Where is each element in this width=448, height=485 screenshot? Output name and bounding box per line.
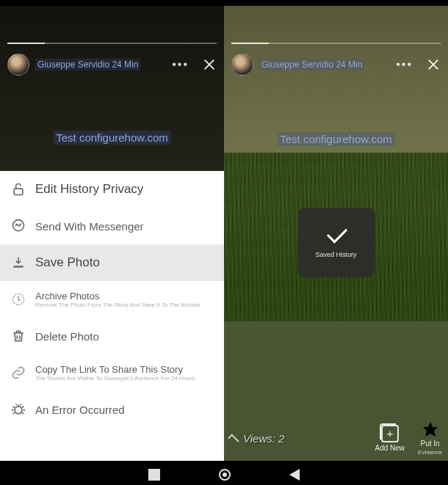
story-header: Giuseppe Servidio 24 Min ••• (231, 51, 441, 78)
close-icon[interactable] (202, 57, 217, 72)
svg-rect-2 (13, 266, 23, 268)
watermark-text: Test configurehow.com (53, 131, 171, 145)
user-label[interactable]: Giuseppe Servidio 24 Min (35, 59, 140, 70)
svg-rect-0 (14, 189, 23, 194)
views-button[interactable]: Views: 2 (230, 432, 284, 445)
more-icon[interactable]: ••• (396, 58, 413, 71)
android-nav-bar (0, 464, 448, 485)
screen-left: Giuseppe Servidio 24 Min ••• Test config… (0, 6, 224, 461)
highlight-button[interactable]: Put In Evidence (418, 420, 442, 456)
close-icon[interactable] (426, 57, 441, 72)
watermark-text: Test configurehow.com (277, 132, 395, 146)
trash-icon (10, 328, 26, 344)
action-sheet: Edit History Privacy Send With Messenger… (0, 171, 224, 461)
check-icon (322, 227, 350, 245)
story-bottom-bar: Views: 2 Add New Put In Evidence (224, 415, 448, 461)
user-label[interactable]: Giuseppe Servidio 24 Min (259, 59, 364, 70)
clock-icon (10, 291, 26, 307)
svg-point-4 (15, 406, 22, 414)
story-header: Giuseppe Servidio 24 Min ••• (7, 51, 217, 78)
link-icon (10, 365, 26, 381)
back-button[interactable] (289, 469, 300, 481)
send-messenger-button[interactable]: Send With Messenger (0, 208, 224, 244)
chevron-up-icon (228, 434, 239, 445)
avatar[interactable] (231, 54, 253, 76)
delete-button[interactable]: Delete Photo (0, 318, 224, 354)
archive-button[interactable]: Archive Photos Remove The Photo From The… (0, 281, 224, 318)
download-icon (10, 255, 26, 271)
avatar[interactable] (7, 54, 29, 76)
svg-marker-5 (423, 422, 438, 437)
messenger-icon (10, 218, 26, 234)
screen-right: Giuseppe Servidio 24 Min ••• Test config… (224, 6, 448, 461)
copy-link-button[interactable]: Copy The Link To Share This Story The St… (0, 354, 224, 391)
home-button[interactable] (219, 469, 231, 481)
more-icon[interactable]: ••• (172, 58, 189, 71)
story-progress (7, 43, 217, 44)
edit-privacy-button[interactable]: Edit History Privacy (0, 171, 224, 208)
save-photo-button[interactable]: Save Photo (0, 244, 224, 281)
star-icon (422, 420, 439, 438)
add-icon (381, 425, 399, 442)
bug-icon (10, 401, 26, 417)
lock-icon (10, 181, 26, 197)
error-button[interactable]: An Error Occurred (0, 391, 224, 428)
recent-apps-button[interactable] (148, 469, 160, 481)
add-new-button[interactable]: Add New (375, 425, 405, 452)
story-progress (231, 43, 441, 44)
saved-toast: Saved History (297, 208, 375, 277)
